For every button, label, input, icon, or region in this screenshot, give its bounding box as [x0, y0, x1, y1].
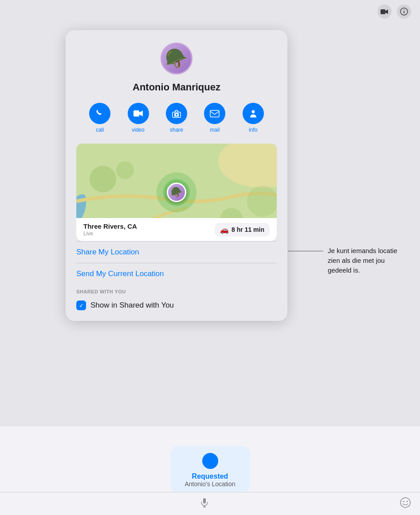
svg-point-12: [90, 166, 116, 192]
show-in-shared-label: Show in Shared with You: [90, 301, 174, 310]
video-button[interactable]: video: [128, 103, 149, 133]
share-my-location-label: Share My Location: [76, 248, 139, 256]
info-label: info: [249, 127, 257, 133]
show-in-shared-row[interactable]: ✓ Show in Shared with You: [76, 297, 277, 312]
map-location-pin: 🪖: [167, 183, 186, 202]
svg-point-21: [407, 501, 408, 502]
annotation-callout: Je kunt iemands locatie zien als die met…: [288, 246, 408, 275]
send-current-location-item[interactable]: Send My Current Location: [76, 263, 277, 285]
avatar-emoji: 🪖: [165, 49, 188, 68]
svg-point-9: [251, 110, 255, 113]
svg-rect-16: [203, 498, 206, 503]
message-bubble: Requested Antonio's Location: [170, 446, 250, 493]
mail-label: mail: [210, 127, 220, 133]
video-label: video: [132, 127, 145, 133]
contact-name: Antonio Manriquez: [76, 82, 277, 93]
car-icon: 🚗: [220, 226, 229, 234]
svg-rect-0: [381, 9, 385, 14]
call-label: call: [96, 127, 104, 133]
svg-point-15: [247, 186, 277, 217]
share-icon-circle: [166, 103, 187, 124]
share-button[interactable]: share: [166, 103, 187, 133]
audio-input-icon[interactable]: [199, 497, 210, 511]
mail-icon-circle: [204, 103, 225, 124]
svg-point-19: [400, 498, 410, 507]
bubble-title: Requested: [183, 472, 238, 480]
mail-button[interactable]: mail: [204, 103, 225, 133]
call-button[interactable]: call: [89, 103, 110, 133]
avatar-container: 🪖: [76, 43, 277, 74]
share-label: share: [170, 127, 183, 133]
svg-point-7: [176, 114, 177, 116]
info-button[interactable]: [397, 4, 411, 19]
svg-point-13: [116, 161, 134, 179]
svg-point-3: [404, 10, 404, 11]
svg-rect-4: [133, 110, 139, 117]
bubble-subtitle: Antonio's Location: [183, 480, 238, 488]
action-buttons-row: call video share: [76, 103, 277, 133]
bottom-toolbar: [0, 492, 420, 515]
message-bubble-container: Requested Antonio's Location: [170, 446, 250, 493]
map-location-info: Three Rivers, CA Live: [83, 222, 137, 237]
annotation-line: [288, 251, 323, 251]
map-eta-badge: 🚗 8 hr 11 min: [215, 223, 270, 237]
bubble-location-dot: [202, 453, 218, 469]
emoji-button[interactable]: [400, 497, 411, 511]
contact-card-panel: 🪖 Antonio Manriquez call video: [66, 30, 287, 321]
video-call-button[interactable]: [377, 4, 392, 19]
show-in-shared-checkbox[interactable]: ✓: [76, 300, 86, 310]
map-location-sub: Live: [83, 230, 137, 237]
map-location-name: Three Rivers, CA: [83, 222, 137, 230]
info-icon-circle: [243, 103, 264, 124]
shared-with-you-header: SHARED WITH YOU: [76, 285, 277, 297]
top-bar: [377, 4, 411, 19]
send-current-location-label: Send My Current Location: [76, 269, 164, 278]
map-pin-avatar: 🪖: [167, 183, 186, 202]
svg-rect-2: [404, 11, 404, 13]
video-icon-circle: [128, 103, 149, 124]
svg-rect-8: [210, 110, 219, 117]
info-action-button[interactable]: info: [243, 103, 264, 133]
annotation-text: Je kunt iemands locatie zien als die met…: [328, 246, 408, 275]
avatar: 🪖: [161, 43, 192, 74]
map-eta-time: 8 hr 11 min: [232, 226, 264, 233]
map-container[interactable]: 🪖 Three Rivers, CA Live 🚗 8 hr 11 min: [76, 144, 277, 241]
call-icon-circle: [89, 103, 110, 124]
svg-point-20: [403, 501, 404, 502]
share-my-location-item[interactable]: Share My Location: [76, 241, 277, 263]
map-info-bar: Three Rivers, CA Live 🚗 8 hr 11 min: [76, 218, 277, 241]
chat-area: Requested Antonio's Location: [0, 426, 420, 515]
